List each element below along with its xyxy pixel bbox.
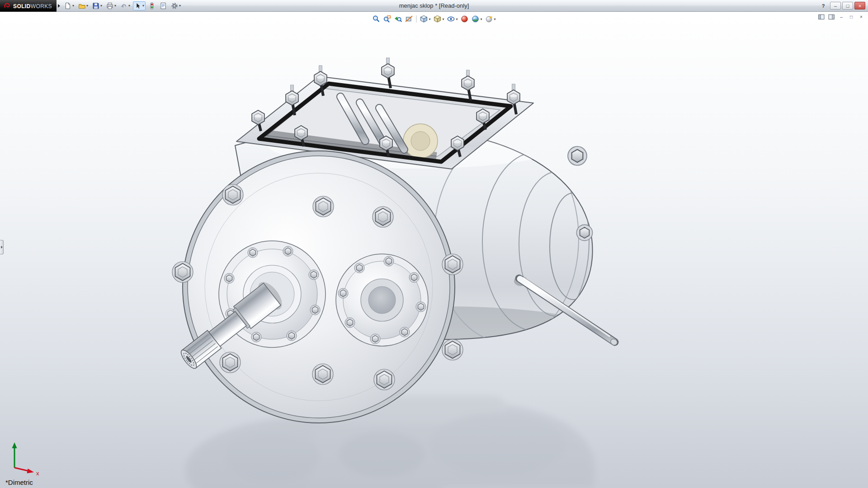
right-pane-icon bbox=[828, 14, 835, 20]
gearbox-3d-model bbox=[0, 12, 868, 488]
save-floppy-icon bbox=[92, 2, 99, 9]
zoom-to-fit-icon bbox=[372, 15, 380, 23]
rebuild-button[interactable] bbox=[147, 1, 157, 10]
view-orientation-label: *Dimetric bbox=[5, 479, 33, 486]
print-button[interactable] bbox=[105, 1, 118, 10]
solidworks-window: SOLIDWORKS bbox=[0, 0, 868, 488]
view-orientation-button[interactable] bbox=[419, 14, 431, 24]
input-bearing-boss bbox=[219, 241, 326, 347]
minimize-button[interactable]: – bbox=[830, 2, 841, 9]
orientation-triad: x bbox=[6, 440, 49, 478]
display-pane-button[interactable] bbox=[827, 14, 835, 20]
main-toolbar bbox=[63, 1, 182, 10]
view-cube-icon bbox=[420, 15, 428, 23]
zoom-to-area-icon bbox=[383, 15, 391, 23]
window-controls: ? – □ × bbox=[818, 2, 868, 9]
output-bearing-boss bbox=[336, 254, 428, 346]
scene-sphere-icon bbox=[472, 15, 480, 23]
realview-sphere-icon bbox=[485, 15, 493, 23]
maximize-button[interactable]: □ bbox=[842, 2, 853, 9]
options-gear-icon bbox=[171, 2, 178, 9]
open-folder-icon bbox=[78, 2, 85, 9]
doc-close-button[interactable]: × bbox=[857, 14, 865, 20]
y-axis-arrow bbox=[12, 442, 17, 448]
new-button[interactable] bbox=[63, 1, 75, 10]
dassault-swirl-icon bbox=[4, 2, 11, 9]
help-button[interactable]: ? bbox=[818, 2, 829, 9]
undo-arrow-icon bbox=[120, 2, 127, 9]
cover-studs-and-nuts bbox=[252, 58, 520, 157]
section-view-button[interactable] bbox=[404, 14, 414, 24]
cover-gasket bbox=[259, 84, 511, 162]
close-button[interactable]: × bbox=[854, 2, 865, 9]
input-shaft bbox=[175, 278, 286, 375]
previous-view-icon bbox=[394, 15, 402, 23]
left-pane-icon bbox=[818, 14, 825, 20]
x-axis-label: x bbox=[36, 470, 39, 477]
undo-button[interactable] bbox=[119, 1, 132, 10]
menu-flyout-arrow-icon[interactable] bbox=[58, 4, 60, 8]
solidworks-logo: SOLIDWORKS bbox=[0, 0, 57, 12]
save-button[interactable] bbox=[91, 1, 104, 10]
brand-text-solid: SOLID bbox=[13, 3, 31, 9]
eye-icon bbox=[447, 15, 455, 23]
edit-appearance-button[interactable] bbox=[460, 14, 470, 24]
document-window-controls: – □ × bbox=[817, 14, 865, 20]
display-style-button[interactable] bbox=[432, 14, 445, 24]
model-reflection bbox=[185, 396, 595, 488]
section-view-icon bbox=[405, 15, 413, 23]
select-button[interactable] bbox=[133, 1, 146, 10]
brand-text-works: WORKS bbox=[31, 3, 52, 9]
view-settings-button[interactable] bbox=[484, 14, 497, 24]
front-flange bbox=[172, 151, 463, 423]
zoom-to-fit-button[interactable] bbox=[371, 14, 381, 24]
featuremanager-splitter-tab[interactable] bbox=[0, 240, 4, 254]
previous-view-button[interactable] bbox=[393, 14, 403, 24]
file-properties-button[interactable] bbox=[158, 1, 168, 10]
doc-restore-button[interactable]: □ bbox=[847, 14, 855, 20]
options-button[interactable] bbox=[170, 1, 182, 10]
open-button[interactable] bbox=[77, 1, 90, 10]
titlebar: SOLIDWORKS bbox=[0, 0, 868, 12]
rebuild-trafficlight-icon bbox=[148, 2, 156, 9]
apply-scene-button[interactable] bbox=[471, 14, 483, 24]
zoom-to-area-button[interactable] bbox=[382, 14, 392, 24]
heads-up-view-toolbar bbox=[371, 14, 496, 24]
doc-minimize-button[interactable]: – bbox=[837, 14, 845, 20]
new-document-icon bbox=[64, 2, 71, 9]
graphics-area[interactable]: – □ × bbox=[0, 12, 868, 488]
hide-show-items-button[interactable] bbox=[446, 14, 458, 24]
toolbar-separator bbox=[416, 15, 416, 23]
x-axis-arrow bbox=[27, 469, 34, 474]
file-properties-icon bbox=[160, 2, 167, 9]
display-style-cube-icon bbox=[433, 15, 441, 23]
appearance-sphere-icon bbox=[461, 15, 469, 23]
select-cursor-icon bbox=[134, 2, 142, 9]
printer-icon bbox=[106, 2, 113, 9]
featuremanager-pane-button[interactable] bbox=[817, 14, 826, 20]
